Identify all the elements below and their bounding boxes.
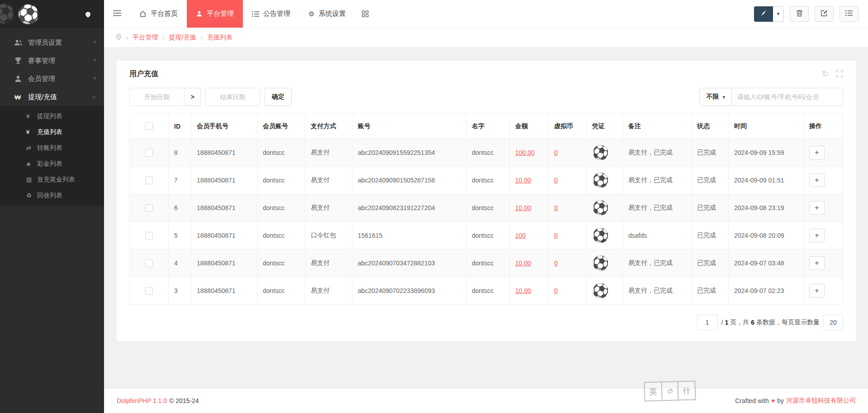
theme-split-button: ▾ [754, 6, 784, 22]
refresh-icon[interactable]: ↻ [822, 70, 829, 78]
company-link[interactable]: 河源市卓锐科技有限公司 [786, 397, 856, 405]
fullscreen-icon[interactable] [836, 70, 843, 77]
select-all-checkbox[interactable] [145, 122, 153, 130]
row-checkbox[interactable] [145, 204, 153, 212]
amount-cell: 100 [510, 222, 549, 250]
phone-cell: 18880450871 [191, 222, 257, 250]
time-cell: 2024-09-07 03:48 [729, 250, 804, 277]
amount-link[interactable]: 100.00 [515, 149, 535, 156]
sidebar-toggle-button[interactable] [104, 0, 130, 28]
virtual-coin-link[interactable]: 0 [554, 259, 558, 267]
row-checkbox[interactable] [145, 149, 153, 157]
seal-right-character: 什 [678, 382, 695, 400]
filter-dropdown-button[interactable]: 不限 ▾ [699, 88, 732, 106]
tab-system-settings[interactable]: ⚙ 系统设置 [299, 0, 355, 28]
select-all-cell [130, 114, 169, 139]
row-checkbox[interactable] [145, 287, 153, 295]
pagination-separator: / [721, 319, 723, 326]
col-voucher: 凭证 [587, 114, 623, 139]
amount-link[interactable]: 10.00 [515, 177, 531, 184]
phone-cell: 18880450871 [191, 167, 257, 194]
tab-platform-home[interactable]: 平台首页 [130, 0, 187, 28]
sidebar-item-recycle-list[interactable]: ♻ 回收列表 [0, 187, 104, 203]
breadcrumb-separator: › [201, 34, 203, 41]
voucher-image[interactable]: ⚽ [592, 173, 609, 187]
expand-row-button[interactable]: + [809, 256, 825, 270]
log-list-button[interactable] [840, 6, 859, 22]
row-checkbox[interactable] [145, 177, 153, 184]
gem-icon: ◈ [26, 160, 37, 167]
amount-link[interactable]: 100 [515, 232, 526, 239]
end-date-input[interactable] [205, 88, 260, 106]
tab-announcement-management[interactable]: 公告管理 [243, 0, 299, 28]
amount-link[interactable]: 10.00 [515, 259, 531, 267]
footer-brand-link[interactable]: DolphinPHP 1.1.0 [117, 397, 167, 404]
sidebar-item-withdraw-recharge[interactable]: ₩ 提现/充值 › [0, 88, 104, 106]
confirm-button[interactable]: 确定 [265, 88, 292, 106]
row-checkbox[interactable] [145, 259, 153, 267]
submenu-item-label: 提现列表 [37, 112, 62, 120]
sidebar-item-transfer-list[interactable]: ⇄ 转账列表 [0, 140, 104, 156]
theme-dropdown-button[interactable]: ▾ [773, 6, 784, 22]
amount-link[interactable]: 10.00 [515, 287, 531, 294]
page-size-input[interactable] [823, 315, 843, 330]
pagination: / 1 页，共 6 条数据，每页显示数量 [129, 315, 843, 330]
date-range-arrow-button[interactable]: > [185, 88, 201, 106]
virtual-coin-link[interactable]: 0 [554, 177, 558, 184]
account-cell: dontscc [257, 194, 305, 222]
page-number-input[interactable] [697, 315, 718, 330]
virtual-coin-link[interactable]: 0 [554, 149, 558, 156]
virtual-coin-link[interactable]: 0 [554, 287, 558, 294]
trophy-icon [14, 57, 28, 64]
modules-grid-button[interactable] [355, 0, 376, 28]
row-checkbox-cell [130, 222, 169, 250]
expand-row-button[interactable]: + [809, 229, 825, 242]
sidebar-item-bonus-list[interactable]: ◈ 彩金列表 [0, 156, 104, 172]
virtual-coin-link[interactable]: 0 [554, 204, 558, 211]
expand-row-button[interactable]: + [809, 173, 825, 187]
footer-credit: Crafted with ♥ by 河源市卓锐科技有限公司 [735, 397, 856, 405]
sidebar-item-match-management[interactable]: 赛事管理 › [0, 52, 104, 70]
sidebar-item-member-management[interactable]: 会员管理 › [0, 70, 104, 88]
sidebar-item-recharge-list[interactable]: ¥ 充值列表 [0, 124, 104, 140]
voucher-image[interactable]: ⚽ [592, 200, 609, 215]
col-amount: 金额 [510, 114, 549, 139]
theme-button[interactable] [754, 6, 773, 22]
clear-cache-button[interactable] [790, 6, 809, 22]
expand-row-button[interactable]: + [809, 201, 825, 215]
name-cell: dontscc [466, 167, 510, 194]
status-cell: 已完成 [692, 277, 729, 305]
sidebar-item-admin-settings[interactable]: 管理员设置 › [0, 34, 104, 52]
row-checkbox-cell [130, 250, 169, 277]
voucher-image[interactable]: ⚽ [592, 145, 609, 160]
search-input[interactable] [732, 88, 843, 106]
row-checkbox[interactable] [145, 232, 153, 240]
pagination-pages-label: 页，共 [730, 318, 749, 327]
breadcrumb-link-platform[interactable]: 平台管理 [133, 34, 158, 42]
list-icon [252, 11, 259, 17]
action-cell: + [804, 222, 843, 250]
virtual-coin-link[interactable]: 0 [554, 232, 558, 239]
action-cell: + [804, 250, 843, 277]
edit-page-button[interactable] [815, 6, 834, 22]
expand-row-button[interactable]: + [809, 284, 825, 298]
pay-method-cell: 易支付 [305, 194, 352, 222]
voucher-image[interactable]: ⚽ [592, 228, 609, 243]
breadcrumb-link-withdraw-recharge[interactable]: 提现/充值 [169, 34, 196, 42]
start-date-input[interactable] [129, 88, 185, 106]
home-icon [139, 10, 147, 17]
tab-platform-management[interactable]: 平台管理 [187, 0, 243, 28]
tab-label: 平台首页 [151, 10, 178, 18]
logo-area[interactable]: ⚽ ⚽ [0, 0, 104, 28]
sidebar-item-label: 管理员设置 [28, 38, 62, 47]
sidebar-item-first-recharge-bonus-list[interactable]: ▤ 首充奖金列表 [0, 172, 104, 187]
sidebar-item-label: 赛事管理 [28, 57, 55, 65]
expand-row-button[interactable]: + [809, 146, 825, 159]
sidebar-item-label: 会员管理 [28, 75, 55, 83]
soccer-ball-faded-icon: ⚽ [0, 5, 15, 23]
voucher-image[interactable]: ⚽ [592, 255, 609, 270]
voucher-image[interactable]: ⚽ [592, 283, 609, 298]
amount-link[interactable]: 10.00 [515, 204, 531, 211]
col-pay-method: 支付方式 [305, 114, 352, 139]
sidebar-item-withdraw-list[interactable]: ¥ 提现列表 [0, 108, 104, 124]
